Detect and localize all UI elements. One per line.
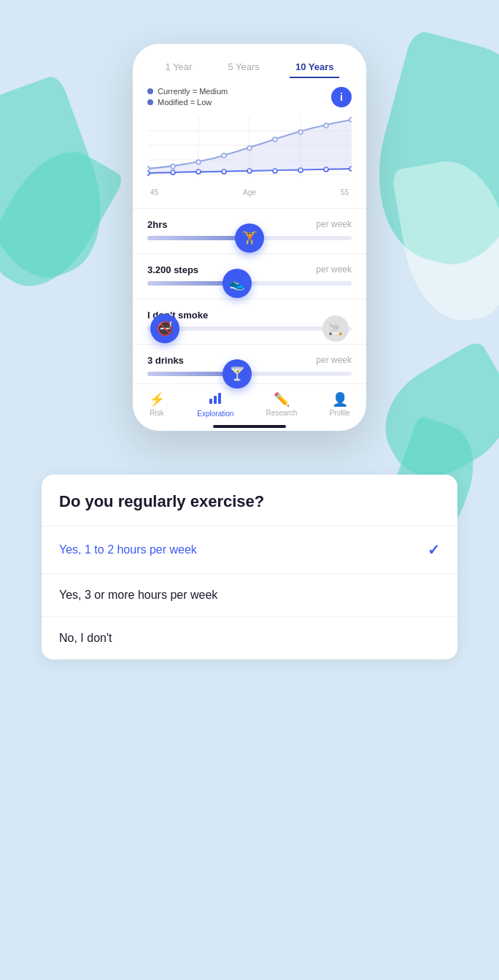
bottom-nav: ⚡ Risk Exploration ✏️ Research 👤 Profile: [133, 383, 366, 422]
nav-item-risk[interactable]: ⚡ Risk: [149, 391, 165, 418]
chart-area: Currently = Medium Modified = Low i: [133, 78, 366, 202]
drinks-unit: per week: [316, 355, 352, 366]
chart-legend: Currently = Medium Modified = Low: [147, 87, 352, 107]
svg-rect-26: [214, 396, 217, 404]
tab-1-year[interactable]: 1 Year: [160, 57, 198, 78]
time-tabs: 1 Year 5 Years 10 Years: [133, 44, 366, 78]
exercise-thumb[interactable]: 🏋️: [235, 223, 264, 253]
drinks-thumb-icon: 🍸: [229, 366, 245, 382]
legend-label-currently: Currently = Medium: [158, 87, 228, 96]
steps-thumb[interactable]: 👟: [223, 269, 252, 298]
legend-dot-modified: [147, 99, 153, 105]
question-card: Do you regularly exercise? Yes, 1 to 2 h…: [42, 475, 457, 659]
steps-thumb-icon: 👟: [229, 275, 245, 291]
home-indicator: [213, 425, 286, 428]
drinks-label: 3 drinks: [147, 355, 184, 366]
chart-label-55: 55: [341, 188, 349, 196]
legend-currently: Currently = Medium: [147, 87, 352, 96]
nav-label-exploration: Exploration: [197, 410, 233, 418]
answer-item-1[interactable]: Yes, 1 to 2 hours per week ✓: [42, 527, 457, 574]
answer-text-3: No, I don't: [59, 632, 112, 645]
exercise-thumb-icon: 🏋️: [241, 230, 258, 246]
nav-item-research[interactable]: ✏️ Research: [266, 391, 298, 418]
steps-header: 3.200 steps per week: [147, 264, 352, 275]
legend-label-modified: Modified = Low: [158, 98, 212, 107]
nav-item-profile[interactable]: 👤 Profile: [330, 391, 350, 418]
steps-label: 3.200 steps: [147, 264, 198, 275]
steps-unit: per week: [316, 264, 352, 275]
answer-item-3[interactable]: No, I don't: [42, 617, 457, 659]
divider-3: [133, 299, 366, 299]
legend-dot-currently: [147, 88, 153, 94]
no-smoke-icon: 🚭: [157, 321, 173, 337]
drinks-header: 3 drinks per week: [147, 355, 352, 366]
answer-text-1: Yes, 1 to 2 hours per week: [59, 543, 197, 556]
legend-modified: Modified = Low: [147, 98, 352, 107]
exercise-slider-section: 2hrs per week 🏋️: [133, 215, 366, 248]
risk-icon: ⚡: [149, 391, 165, 407]
svg-rect-25: [209, 399, 212, 404]
check-icon-1: ✓: [428, 541, 440, 559]
nav-label-research: Research: [266, 409, 298, 417]
chart-label-age: Age: [243, 188, 256, 196]
phone-mockup: 1 Year 5 Years 10 Years Currently = Medi…: [133, 44, 366, 431]
exercise-track[interactable]: 🏋️: [147, 236, 352, 240]
smoke-section: I don't smoke 🚭 🚬: [133, 305, 366, 338]
answer-item-2[interactable]: Yes, 3 or more hours per week: [42, 574, 457, 617]
chart-x-labels: 45 Age 55: [147, 188, 352, 196]
chart-label-45: 45: [150, 188, 158, 196]
exercise-unit: per week: [316, 219, 352, 230]
divider-2: [133, 253, 366, 254]
profile-icon: 👤: [332, 391, 348, 407]
tab-5-years[interactable]: 5 Years: [222, 57, 265, 78]
answer-text-2: Yes, 3 or more hours per week: [59, 589, 217, 602]
research-icon: ✏️: [274, 391, 290, 407]
drinks-thumb[interactable]: 🍸: [223, 359, 252, 388]
exercise-fill: [147, 236, 250, 240]
info-button[interactable]: i: [331, 87, 352, 107]
svg-rect-27: [218, 393, 221, 404]
smoke-icon: 🚬: [328, 322, 343, 336]
exploration-icon: [209, 391, 222, 408]
steps-track[interactable]: 👟: [147, 281, 352, 286]
exercise-label: 2hrs: [147, 219, 167, 230]
smoke-track[interactable]: 🚭 🚬: [147, 326, 352, 331]
drinks-slider-section: 3 drinks per week 🍸: [133, 351, 366, 383]
drinks-track[interactable]: 🍸: [147, 372, 352, 376]
tab-10-years[interactable]: 10 Years: [290, 57, 340, 78]
nav-item-exploration[interactable]: Exploration: [197, 391, 233, 418]
nav-label-profile: Profile: [330, 409, 350, 417]
smoke-thumb-smoke[interactable]: 🚬: [322, 315, 349, 342]
divider-4: [133, 344, 366, 345]
nav-label-risk: Risk: [150, 409, 163, 417]
divider-1: [133, 208, 366, 209]
risk-chart: [147, 112, 352, 185]
smoke-thumb-no-smoke[interactable]: 🚭: [150, 314, 179, 343]
steps-slider-section: 3.200 steps per week 👟: [133, 260, 366, 293]
question-title: Do you regularly exercise?: [42, 475, 457, 527]
smoke-label: I don't smoke: [147, 310, 352, 321]
